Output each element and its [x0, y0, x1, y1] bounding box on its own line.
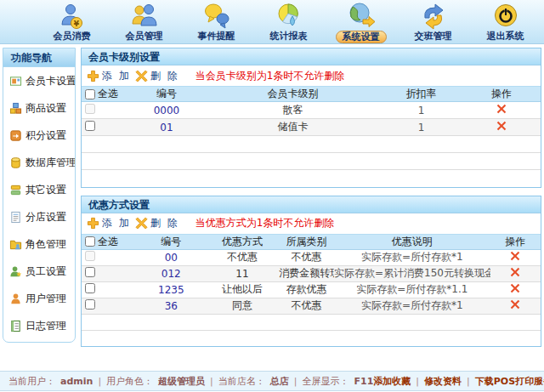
toolbar-item-shift-management[interactable]: 交班管理 — [397, 0, 469, 43]
top-toolbar: ¥ 会员消费 会员管理 事件提醒 — [0, 0, 544, 44]
store-value: 总店 — [270, 375, 289, 388]
row-checkbox[interactable] — [85, 299, 95, 310]
row-checkbox[interactable] — [85, 121, 95, 131]
row-level: 散客 — [206, 102, 380, 119]
fullscreen-value: F11 — [354, 376, 374, 387]
row-delete-icon[interactable] — [496, 121, 507, 131]
status-left: 当前用户：admin | 用户角色：超级管理员 | 当前店名：总店 | 全屏显示… — [8, 375, 373, 388]
column-header: 优惠方式 — [206, 234, 279, 249]
sidebar-item-label: 数据库管理 — [26, 156, 76, 170]
sidebar-item-staff-settings[interactable]: 员工设置 — [3, 258, 75, 285]
toolbar-item-system-settings[interactable]: 系统设置 — [325, 0, 397, 43]
member-card-icon — [9, 75, 22, 88]
statistics-report-icon — [275, 2, 303, 31]
database-icon — [9, 156, 22, 169]
add-favorite-link[interactable]: 添加收藏 — [373, 375, 411, 388]
row-code: 0000 — [128, 102, 206, 119]
sidebar-item-label: 角色管理 — [26, 237, 66, 252]
table-row: 012 11 消费金额转现金 实际存款=累计消费150元转换现金10元 — [82, 265, 541, 281]
sidebar-item-role-management[interactable]: 角色管理 — [3, 230, 75, 258]
empty-row — [82, 314, 541, 330]
toolbar-item-label: 会员消费 — [54, 31, 91, 42]
add-button[interactable]: 添 加 — [87, 69, 131, 83]
row-code: 36 — [137, 298, 206, 314]
sidebar-item-log-management[interactable]: 日志管理 — [3, 312, 75, 339]
fullscreen-label: 全屏显示： — [303, 375, 349, 388]
svg-text:¥: ¥ — [73, 20, 79, 28]
warning-text: 当优惠方式为1条时不允许删除 — [196, 216, 335, 230]
sidebar-item-member-card-settings[interactable]: 会员卡设置 — [3, 67, 75, 94]
toolbar-item-label: 统计报表 — [270, 31, 308, 42]
sidebar-item-label: 日志管理 — [26, 319, 66, 333]
row-desc: 实际存款=累计消费150元转换现金10元 — [334, 265, 490, 281]
row-desc: 实际存款=所付存款*1 — [334, 298, 490, 314]
goods-cubes-icon — [9, 102, 22, 115]
status-bar: 当前用户：admin | 用户角色：超级管理员 | 当前店名：总店 | 全屏显示… — [0, 371, 544, 391]
column-header: 所属类别 — [279, 234, 334, 249]
row-checkbox[interactable] — [85, 283, 95, 293]
column-header: 全选 — [98, 235, 118, 249]
current-user-label: 当前用户： — [8, 375, 55, 388]
add-button[interactable]: 添 加 — [87, 216, 131, 230]
select-all-checkbox[interactable] — [85, 236, 95, 247]
warning-text: 当会员卡级别为1条时不允许删除 — [196, 69, 345, 83]
toolbar-item-event-reminder[interactable]: 事件提醒 — [180, 0, 252, 43]
row-delete-icon[interactable] — [496, 104, 507, 114]
role-folder-icon — [9, 238, 22, 251]
toolbar-item-exit-system[interactable]: 退出系统 — [469, 0, 541, 43]
download-pos-print-link[interactable]: 下载POS打印服务 — [475, 375, 544, 388]
sidebar-item-label: 其它设置 — [26, 183, 66, 197]
row-checkbox — [85, 104, 95, 114]
toolbar-item-member-consume[interactable]: ¥ 会员消费 — [36, 0, 108, 43]
sidebar-item-branch-settings[interactable]: 分店设置 — [3, 203, 75, 230]
member-card-level-panel: 会员卡级别设置 添 加 删 除 当会员卡级别为1条时不允许删除 全选 编号 会员… — [81, 48, 541, 188]
sidebar-item-points-settings[interactable]: 积分设置 — [3, 122, 75, 149]
row-desc: 实际存款=所付存款*1 — [334, 249, 490, 265]
toolbar-item-statistics-report[interactable]: 统计报表 — [252, 0, 325, 43]
delete-button[interactable]: 删 除 — [135, 69, 179, 83]
separator: | — [467, 376, 470, 387]
row-code: 01 — [128, 119, 206, 136]
panel-toolbar: 添 加 删 除 当优惠方式为1条时不允许删除 — [82, 213, 541, 234]
column-header: 折扣率 — [380, 87, 462, 102]
empty-row — [82, 136, 541, 153]
system-settings-icon — [347, 2, 376, 31]
panel-toolbar: 添 加 删 除 当会员卡级别为1条时不允许删除 — [82, 65, 541, 86]
toolbar-item-label: 退出系统 — [487, 31, 524, 42]
current-user-value: admin — [60, 376, 93, 387]
staff-person-icon — [9, 265, 22, 278]
sidebar-item-label: 会员卡设置 — [26, 74, 76, 88]
column-header: 编号 — [137, 234, 206, 249]
edit-profile-link[interactable]: 修改资料 — [424, 375, 462, 388]
column-header: 操作 — [462, 87, 541, 102]
exit-system-icon — [491, 2, 520, 31]
row-checkbox[interactable] — [85, 267, 95, 277]
separator: | — [294, 376, 298, 387]
row-category: 存款优惠 — [279, 281, 334, 298]
select-all-checkbox[interactable] — [85, 89, 95, 99]
table-row: 36 同意 不优惠 实际存款=所付存款*1 — [82, 298, 541, 314]
row-delete-icon[interactable] — [510, 299, 520, 310]
delete-button-label: 删 除 — [150, 216, 179, 230]
sidebar-item-label: 商品设置 — [26, 101, 66, 116]
event-reminder-icon — [202, 2, 231, 31]
row-delete-icon[interactable] — [510, 267, 520, 277]
member-card-level-table: 全选 编号 会员卡级别 折扣率 操作 0000 散客 1 01 — [82, 86, 541, 187]
delete-button[interactable]: 删 除 — [135, 216, 179, 230]
list-bars-icon — [9, 184, 22, 196]
sidebar-item-goods-settings[interactable]: 商品设置 — [3, 94, 75, 122]
row-delete-icon[interactable] — [510, 251, 520, 261]
table-row: 1235 让他以后 存款优惠 实际存款=所付存款*1.1 — [82, 281, 541, 298]
row-delete-icon[interactable] — [510, 283, 520, 293]
toolbar-item-label: 交班管理 — [415, 31, 452, 42]
add-button-label: 添 加 — [102, 216, 131, 230]
sidebar-item-user-management[interactable]: 用户管理 — [3, 285, 75, 312]
separator: | — [416, 376, 419, 387]
sidebar-item-database-management[interactable]: 数据库管理 — [3, 149, 75, 176]
user-role-value: 超级管理员 — [158, 375, 205, 388]
empty-row — [82, 153, 541, 170]
toolbar-item-member-management[interactable]: 会员管理 — [108, 0, 180, 43]
member-consume-icon: ¥ — [58, 2, 87, 31]
sidebar-item-other-settings[interactable]: 其它设置 — [3, 176, 75, 203]
row-category: 消费金额转现金 — [279, 265, 334, 281]
